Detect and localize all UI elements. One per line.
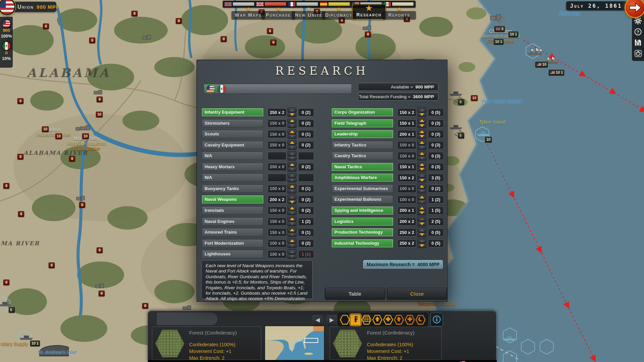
research-decrease-button[interactable] [417,189,426,193]
research-nation-usa[interactable] [206,85,214,93]
research-increase-button[interactable] [417,184,426,189]
menu-diplomacy[interactable]: ★Diplomacy [322,11,356,19]
game-date: July 26, 1861 [570,3,622,9]
help-icon[interactable]: ? [634,27,642,36]
info-icon[interactable] [430,312,443,326]
research-increase-button[interactable] [287,184,297,189]
menu-new-units[interactable]: ★New Units [292,11,325,19]
research-decrease-button[interactable] [287,233,297,237]
next-unit-button[interactable]: ▶ [325,314,338,325]
research-row: Scouts150 x 00 (1) [202,130,314,138]
medic-plus-icon[interactable] [383,314,393,325]
research-decrease-button[interactable] [417,134,426,139]
research-decrease-button[interactable] [417,200,426,204]
menu-research[interactable]: ★Research [352,4,386,19]
research-decrease-button[interactable] [287,134,297,139]
terrain-stat: Confederates (100%) [189,341,237,348]
research-cost: 150 x 0 [397,152,416,160]
research-row: Cavalry Equipment250 x 00 (2) [202,141,314,149]
usa-flag-icon[interactable] [2,19,10,27]
research-increase-button[interactable] [287,239,297,243]
research-increase-button[interactable] [287,140,297,145]
research-increase-button[interactable] [287,228,297,232]
research-increase-button[interactable] [287,162,297,167]
usa-flag-icon [550,71,555,74]
research-decrease-button[interactable] [287,113,297,117]
menu-war-maps[interactable]: ★War Maps [231,11,265,19]
research-decrease-button[interactable] [417,210,426,215]
exit-icon[interactable] [634,49,642,58]
supply-badge: 8 [97,97,103,102]
close-button[interactable]: Close [387,288,447,299]
hex-outline-icon[interactable] [340,314,350,325]
research-decrease-button[interactable] [287,222,297,226]
research-decrease-button[interactable] [417,233,426,237]
research-progress: 1 (1) [298,250,314,258]
research-increase-button[interactable] [417,228,426,232]
night-icon[interactable] [416,314,426,325]
research-increase-button[interactable] [417,217,426,222]
research-nation-mexico[interactable] [218,85,226,93]
unit-strength-badge: 5 [494,26,505,32]
terrain-stat: Confederates (100%) [367,341,415,348]
research-increase-button[interactable] [417,140,426,145]
research-increase-button[interactable] [417,119,426,123]
minimap[interactable] [265,326,324,361]
research-increase-button[interactable] [287,217,297,222]
save-icon[interactable] [634,38,642,47]
research-decrease-button[interactable] [417,167,426,172]
research-increase-button[interactable] [287,129,297,134]
reinforce-arrow-icon[interactable] [372,314,382,325]
supply-crate-icon[interactable] [362,314,372,325]
research-increase-button[interactable] [287,108,297,112]
research-decrease-button[interactable] [287,254,297,259]
research-progress: 0 (5) [428,108,444,116]
research-cost: 150 x 0 [268,119,286,127]
research-decrease-button[interactable] [287,200,297,204]
research-decrease-button[interactable] [287,243,297,248]
research-increase-button[interactable] [287,119,297,123]
research-row: Naval Engines150 x 01 (2) [202,218,314,226]
supply-badge: 8 [3,183,9,189]
research-increase-button[interactable] [417,129,426,134]
research-decrease-button[interactable] [417,222,426,226]
table-button[interactable]: Table [325,288,385,299]
research-decrease-button[interactable] [417,145,426,150]
mexico-flag-icon[interactable] [2,42,10,50]
research-decrease-button[interactable] [417,113,426,117]
funding-box: Total Research Funding = 3600 MPP [358,93,438,101]
prev-unit-button[interactable]: ◀ [311,314,324,325]
research-increase-button[interactable] [417,108,426,112]
research-decrease-button[interactable] [417,178,426,183]
research-progress: 0 (1) [298,130,314,138]
research-increase-button[interactable] [287,249,297,254]
research-increase-button[interactable] [417,206,426,210]
research-decrease-button[interactable] [417,156,426,161]
research-row: Buoyancy Tanks100 x 00 (1) [202,185,314,193]
research-dialog: RESEARCH Available = 900 MPP Total Resea… [197,60,447,302]
research-decrease-button[interactable] [417,243,426,248]
research-increase-button[interactable] [417,151,426,156]
infantry-icon[interactable] [351,314,361,325]
research-increase-button[interactable] [287,206,297,210]
star-icon: ★ [246,6,251,13]
research-increase-button[interactable] [417,239,426,243]
research-decrease-button[interactable] [287,189,297,193]
research-increase-button[interactable] [417,195,426,199]
research-increase-button[interactable] [287,195,297,199]
elite-plus-icon[interactable] [405,314,415,325]
research-increase-button[interactable] [417,173,426,178]
unit-strength-badge: 5 [458,99,464,105]
research-increase-button[interactable] [417,162,426,167]
research-decrease-button[interactable] [287,167,297,172]
research-decrease-button[interactable] [287,210,297,215]
menu-reports[interactable]: ★Reports [382,11,416,19]
research-item-label: Production Technology [332,228,393,236]
upgrade-arrow-icon[interactable] [394,314,404,325]
research-decrease-button[interactable] [287,123,297,128]
research-decrease-button[interactable] [417,123,426,128]
research-decrease-button[interactable] [287,145,297,150]
research-progress: 0 (5) [428,239,444,247]
terrain-stat: Movement Cost: +1 [367,348,415,355]
menu-purchase[interactable]: ★Purchase [262,11,295,19]
